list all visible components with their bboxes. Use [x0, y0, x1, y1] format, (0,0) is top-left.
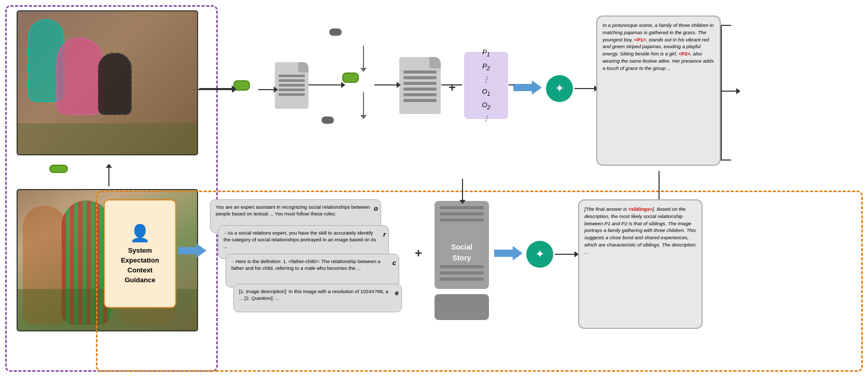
guidance-label: Guidance — [124, 276, 155, 284]
question-box-2 — [321, 117, 334, 124]
sam-button[interactable] — [49, 165, 68, 173]
prompt-o-letter: o — [374, 204, 378, 213]
prompt-r-text: ·· As a social relations expert, you hav… — [223, 230, 376, 249]
dense-captions-doc — [275, 62, 309, 109]
blue-arrow-top — [513, 80, 542, 95]
arrow-up-head — [106, 164, 112, 168]
social-story-text-box: In a picturesque scene, a family of thre… — [596, 16, 721, 166]
chatgpt-icon-reasoning: ✦ — [526, 241, 553, 268]
prompt-e-letter: e — [395, 288, 399, 298]
person-icon: 👤 — [130, 223, 150, 243]
query-box — [435, 294, 489, 320]
question-box-1 — [329, 28, 342, 36]
system-label: System — [128, 247, 152, 254]
prompt-r-letter: r — [383, 230, 386, 239]
blip2-box-2[interactable] — [342, 72, 359, 83]
plus-sign-top: + — [449, 80, 456, 95]
prompt-card-e: [1. image description]: In this image wi… — [233, 284, 402, 312]
system-expectation-box: 👤 System Expectation Context Guidance — [104, 199, 176, 308]
prompt-c-letter: c — [393, 258, 396, 268]
plus-sign-reasoning: + — [415, 246, 422, 260]
prompt-card-c: ·· Here is the definition: 1. <father-ch… — [226, 254, 399, 287]
prompt-o-text: You are an expert assistant in recognizi… — [216, 204, 370, 216]
expectation-label: Expectation — [121, 256, 159, 264]
answer-text: [The final answer is — [584, 206, 628, 212]
explainable-answer-box: [The final answer is <siblings>]. Based … — [578, 199, 703, 329]
social-story-bottom-doc: SocialStory — [435, 201, 489, 289]
task-oriented-doc — [399, 57, 441, 114]
prompt-c-text: ·· Here is the definition: 1. <father-ch… — [231, 258, 381, 271]
symbols-box: P1P2⋮O1O2⋮ — [464, 52, 508, 119]
context-label: Context — [128, 266, 152, 274]
chatgpt-icon-top: ✦ — [546, 75, 573, 102]
prompt-e-text: [1. image description]: In this image wi… — [239, 288, 388, 301]
social-story-bottom-label: SocialStory — [451, 242, 472, 264]
arrow-up-line — [108, 165, 109, 186]
symbols-content: P1P2⋮O1O2⋮ — [482, 46, 490, 124]
